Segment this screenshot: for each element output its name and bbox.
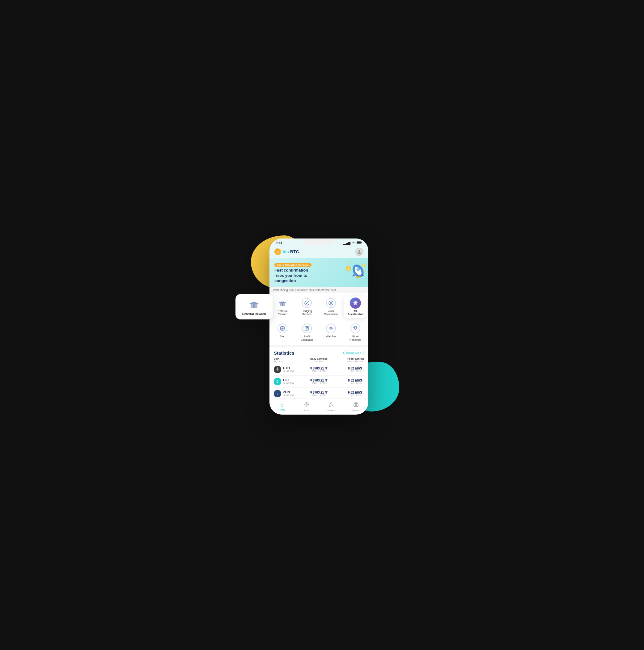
table-row[interactable]: ETH SHA256d ¥ 8703.21 /T 73801.15 CNY 9.… [274, 364, 364, 376]
svg-point-17 [351, 261, 352, 262]
svg-point-16 [347, 263, 347, 264]
nav-workers[interactable]: Workers [319, 402, 344, 412]
nav-workers-label: Workers [327, 409, 336, 412]
watcher-icon-wrap [325, 323, 336, 334]
menu-label-conversion: AutoConversion [324, 310, 338, 316]
coin-algorithm: SHA256d [283, 370, 294, 372]
pool-icon [304, 402, 309, 408]
logo-btc: BTC [290, 249, 299, 254]
svg-rect-5 [357, 242, 361, 244]
menu-item-hedging[interactable]: HedgingService [295, 296, 319, 318]
conversion-icon [326, 298, 336, 308]
phone-notch [303, 239, 334, 245]
miner-icon-wrap [350, 323, 361, 334]
coin-icon-cet: C [274, 378, 281, 385]
sort-label: Default Sort [346, 352, 359, 354]
daily-earnings: ¥ 8703.21 /T [304, 367, 334, 370]
workers-icon [328, 402, 334, 408]
referral-card-label: Referral Reward [242, 312, 266, 316]
nav-home-label: Home [279, 408, 285, 411]
svg-point-46 [306, 404, 307, 405]
coin-price: 73801.15 CNY [304, 394, 334, 396]
menu-label-referral: ReferralReward [278, 310, 287, 316]
table-row[interactable]: Z ZEN SHA256d ¥ 8703.21 /T 73801.15 CNY … [274, 388, 364, 400]
referral-icon-wrap [277, 297, 288, 309]
sort-button[interactable]: Default Sort ▾ [343, 351, 364, 355]
svg-text:Z: Z [277, 392, 279, 395]
app-header: ₿ ViaBTC [270, 246, 368, 258]
tx-special-icon [350, 297, 361, 309]
banner-title: Fast confirmation frees you from tx cong… [275, 268, 315, 284]
menu-label-blog: Blog [280, 335, 285, 338]
tx-icon-wrap [350, 297, 361, 309]
gift-icon [248, 298, 259, 310]
menu-item-watcher[interactable]: Watcher [319, 321, 343, 344]
conversion-icon-wrap [325, 297, 336, 309]
banner-illustration: ₿ ₿ [342, 259, 367, 284]
svg-rect-48 [354, 403, 358, 406]
blog-icon-wrap [277, 323, 288, 334]
stats-header: Statistics Default Sort ▾ [274, 350, 364, 356]
svg-point-47 [331, 403, 332, 404]
logo-via: Via [282, 249, 289, 254]
app-scene: Referral Reward 9:41 ▂▄▆ [242, 229, 402, 421]
nav-assets[interactable]: Assets [344, 402, 368, 412]
menu-item-blog[interactable]: Blog [271, 321, 294, 344]
nav-home[interactable]: ⌂ Home [270, 402, 294, 411]
bottom-nav: ⌂ Home Pool [270, 399, 368, 414]
menu-item-profit[interactable]: ProfitCalculator [295, 321, 319, 344]
sort-chevron-icon: ▾ [360, 352, 361, 354]
avatar-button[interactable] [355, 248, 363, 256]
banner[interactable]: ViaBTC Transaction Accelerator Fast conf… [270, 258, 368, 287]
menu-label-miner: MinerRankings [350, 335, 361, 342]
menu-item-conversion[interactable]: AutoConversion [319, 296, 343, 318]
col-coin: Coin Algorithm [274, 357, 304, 362]
col-earnings: Daily Earnings Coin Price [304, 357, 334, 362]
svg-point-18 [365, 271, 366, 272]
coin-info: C CET SHA256d [274, 378, 304, 385]
network-hashrate: 141.18 EH/s [348, 370, 362, 372]
menu-grid-row2: Blog [270, 320, 368, 347]
hedging-icon-wrap [301, 297, 313, 309]
svg-rect-4 [362, 242, 362, 243]
row-chevron-icon: › [363, 392, 364, 395]
svg-point-11 [357, 267, 360, 270]
menu-item-miner[interactable]: MinerRankings [344, 321, 367, 344]
assets-icon [353, 402, 359, 408]
referral-reward-card[interactable]: Referral Reward [236, 294, 273, 319]
coin-icon-eth [274, 366, 281, 373]
coin-info: ETH SHA256d [274, 366, 304, 373]
row-chevron-icon: › [363, 380, 364, 383]
banner-tag: ViaBTC Transaction Accelerator [275, 263, 312, 266]
coin-symbol: ETH [283, 366, 294, 370]
svg-point-23 [329, 301, 333, 305]
stats-title: Statistics [274, 350, 294, 356]
menu-label-tx: TXAccelerator [348, 310, 363, 316]
svg-point-36 [331, 328, 331, 329]
network-hashrate: 141.18 EH/s [348, 382, 362, 384]
status-right: ▂▄▆ [343, 241, 362, 245]
nav-pool[interactable]: Pool [294, 402, 319, 412]
table-row[interactable]: C CET SHA256d ¥ 8703.21 /T 73801.15 CNY … [274, 376, 364, 388]
pool-hashrate: 9.32 EH/S [348, 391, 362, 394]
battery-icon [357, 241, 362, 245]
coin-symbol: ZEN [283, 390, 294, 394]
phone-frame: 9:41 ▂▄▆ [270, 239, 368, 414]
svg-rect-31 [307, 327, 308, 328]
logo: ₿ ViaBTC [275, 248, 299, 255]
menu-item-referral[interactable]: ReferralReward [271, 296, 294, 318]
profit-icon [302, 323, 312, 333]
col-hashrate: Pool Hashrate Network Hashrate [334, 357, 364, 362]
nav-pool-label: Pool [304, 409, 309, 412]
wifi-icon [352, 241, 355, 245]
blog-icon [278, 323, 287, 333]
status-time: 9:41 [276, 241, 282, 245]
svg-rect-2 [253, 303, 255, 308]
profit-icon-wrap [301, 323, 313, 334]
home-icon: ⌂ [280, 402, 283, 408]
menu-item-tx[interactable]: TXAccelerator [344, 296, 367, 318]
svg-text:₿: ₿ [363, 264, 364, 266]
watcher-icon [326, 323, 336, 333]
svg-point-8 [358, 250, 360, 252]
coin-symbol: CET [283, 378, 294, 382]
